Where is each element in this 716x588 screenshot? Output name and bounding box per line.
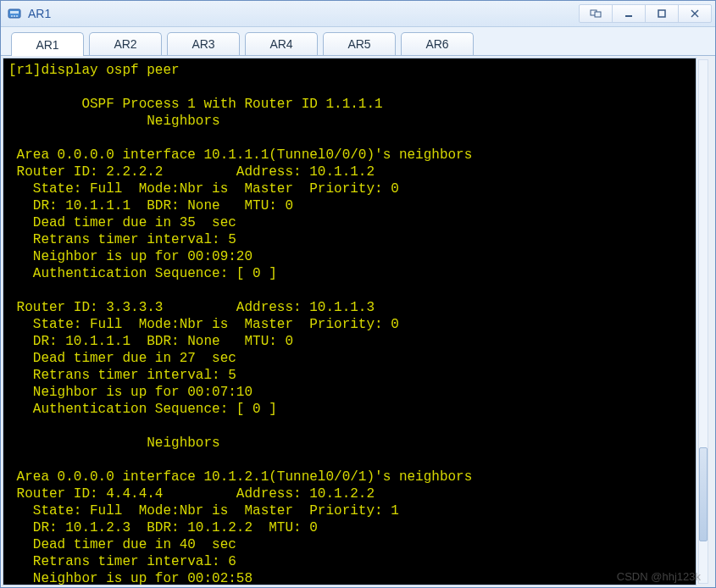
- tab-label: AR1: [36, 38, 58, 52]
- terminal-line: Retrans timer interval: 5: [8, 232, 244, 247]
- maximize-button[interactable]: [645, 4, 679, 23]
- terminal-output[interactable]: [r1]display ospf peer OSPF Process 1 wit…: [3, 58, 697, 585]
- tab-label: AR5: [347, 37, 370, 51]
- tab-ar5[interactable]: AR5: [323, 32, 396, 55]
- tab-ar1[interactable]: AR1: [11, 32, 84, 56]
- terminal-line: OSPF Process 1 with Router ID 1.1.1.1: [8, 97, 383, 112]
- titlebar: AR1: [1, 1, 715, 27]
- terminal-line: Retrans timer interval: 6: [8, 554, 244, 569]
- terminal-line: Dead timer due in 35 sec: [8, 215, 244, 230]
- terminal-line: DR: 10.1.1.1 BDR: None MTU: 0: [8, 334, 325, 349]
- terminal-line: Area 0.0.0.0 interface 10.1.1.1(Tunnel0/…: [8, 147, 472, 163]
- close-button[interactable]: [678, 4, 712, 23]
- svg-rect-1: [10, 11, 19, 14]
- app-window: AR1 AR1 AR2 AR3 AR4 AR5 AR6 [r1]display …: [0, 0, 716, 588]
- window-title: AR1: [26, 7, 574, 20]
- tab-label: AR4: [269, 37, 292, 51]
- tab-label: AR2: [114, 37, 136, 51]
- tab-label: AR3: [191, 37, 214, 51]
- terminal-line: Retrans timer interval: 5: [8, 368, 244, 383]
- terminal-line: Area 0.0.0.0 interface 10.1.2.1(Tunnel0/…: [8, 469, 472, 485]
- terminal-line: Authentication Sequence: [ 0 ]: [8, 402, 285, 417]
- content-area: [r1]display ospf peer OSPF Process 1 wit…: [1, 56, 715, 587]
- vertical-scrollbar[interactable]: [697, 58, 710, 585]
- terminal-line: Neighbor is up for 00:07:10: [8, 385, 293, 400]
- terminal-line: DR: 10.1.2.3 BDR: 10.1.2.2 MTU: 0: [8, 520, 350, 535]
- svg-point-2: [11, 15, 13, 17]
- svg-point-4: [16, 15, 18, 17]
- terminal-line: Neighbors: [8, 114, 228, 129]
- svg-rect-6: [595, 12, 601, 17]
- terminal-line: State: Full Mode:Nbr is Master Priority:…: [8, 181, 399, 197]
- scrollbar-track[interactable]: [698, 59, 708, 584]
- tab-ar4[interactable]: AR4: [245, 32, 318, 55]
- terminal-line: State: Full Mode:Nbr is Master Priority:…: [8, 317, 399, 332]
- terminal-line: DR: 10.1.1.1 BDR: None MTU: 0: [8, 198, 325, 214]
- window-controls: [580, 4, 712, 23]
- tab-label: AR6: [425, 37, 448, 51]
- scrollbar-thumb[interactable]: [699, 447, 708, 541]
- svg-point-3: [14, 15, 15, 17]
- tabbar: AR1 AR2 AR3 AR4 AR5 AR6: [1, 27, 715, 56]
- terminal-line: State: Full Mode:Nbr is Master Priority:…: [8, 503, 399, 519]
- minimize-button[interactable]: [612, 4, 646, 23]
- terminal-line: Router ID: 4.4.4.4 Address: 10.1.2.2: [8, 486, 440, 502]
- terminal-line: Router ID: 3.3.3.3 Address: 10.1.1.3: [8, 300, 440, 315]
- terminal-line: Authentication Sequence: [ 0 ]: [8, 266, 285, 281]
- group-button[interactable]: [579, 4, 613, 23]
- terminal-line: Neighbor is up for 00:09:20: [8, 249, 293, 264]
- terminal-line: Neighbor is up for 00:02:58: [8, 571, 293, 585]
- terminal-line: [r1]display ospf peer: [8, 63, 180, 78]
- svg-rect-8: [658, 10, 665, 17]
- app-icon: [8, 7, 21, 20]
- tab-ar2[interactable]: AR2: [89, 32, 162, 55]
- terminal-line: Dead timer due in 40 sec: [8, 537, 244, 552]
- terminal-line: Dead timer due in 27 sec: [8, 351, 244, 366]
- terminal-line: Neighbors: [8, 435, 228, 451]
- tab-ar6[interactable]: AR6: [401, 32, 474, 55]
- tab-ar3[interactable]: AR3: [167, 32, 240, 55]
- terminal-line: Router ID: 2.2.2.2 Address: 10.1.1.2: [8, 164, 440, 180]
